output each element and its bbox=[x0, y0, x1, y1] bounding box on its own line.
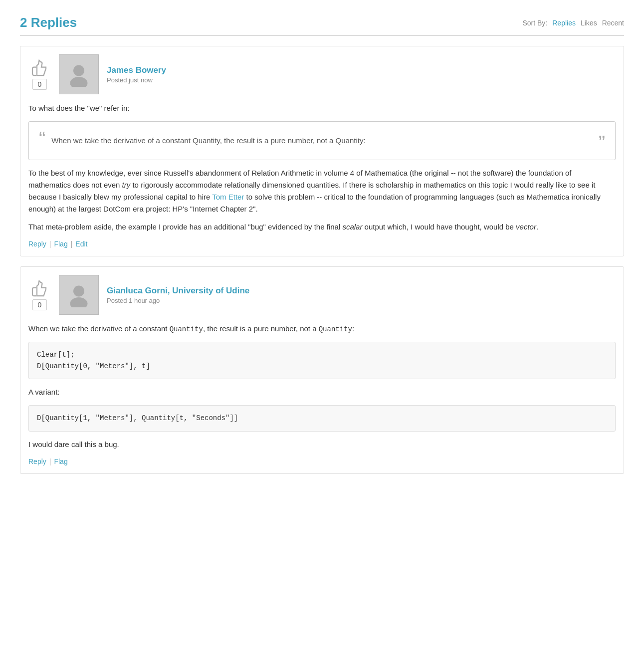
variant-label: A variant: bbox=[28, 386, 616, 398]
body-intro-2: When we take the derivative of a constan… bbox=[28, 323, 616, 335]
sep-1: | bbox=[49, 240, 51, 248]
like-section: 0 bbox=[28, 59, 51, 90]
sep-3: | bbox=[49, 457, 51, 465]
post-time-2: Posted 1 hour ago bbox=[107, 297, 616, 304]
reply-link-2[interactable]: Reply bbox=[28, 457, 46, 465]
like-section-2: 0 bbox=[28, 279, 51, 310]
sep-2: | bbox=[71, 240, 73, 248]
thumb-up-icon[interactable] bbox=[31, 59, 49, 77]
post-meta-2: Gianluca Gorni, University of Udine Post… bbox=[107, 286, 616, 304]
page-header: 2 Replies Sort By: Replies Likes Recent bbox=[20, 15, 624, 30]
reply-link[interactable]: Reply bbox=[28, 240, 46, 248]
flag-link-2[interactable]: Flag bbox=[54, 457, 67, 465]
quote-text: When we take the derivative of a constan… bbox=[51, 135, 592, 147]
italic-vector: vector bbox=[516, 223, 536, 231]
post-body-2: When we take the derivative of a constan… bbox=[28, 323, 616, 450]
svg-point-1 bbox=[70, 77, 88, 87]
blockquote: “ When we take the derivative of a const… bbox=[28, 121, 616, 160]
sort-likes[interactable]: Likes bbox=[581, 19, 597, 27]
closing-text: I would dare call this a bug. bbox=[28, 439, 616, 450]
italic-try: try bbox=[122, 181, 131, 189]
body-paragraph-2: That meta-problem aside, the example I p… bbox=[28, 221, 616, 233]
inline-code-2: Quantity bbox=[319, 325, 352, 333]
post-time: Posted just now bbox=[107, 76, 616, 84]
tom-etter-link[interactable]: Tom Etter bbox=[212, 193, 244, 201]
code-block-2: D[Quantity[1, "Meters"], Quantity[t, "Se… bbox=[28, 405, 616, 431]
body-intro: To what does the "we" refer in: bbox=[28, 102, 616, 114]
post-header-2: 0 Gianluca Gorni, University of Udine Po… bbox=[28, 275, 616, 315]
sort-recent[interactable]: Recent bbox=[602, 19, 624, 27]
svg-point-3 bbox=[70, 297, 88, 307]
avatar-2 bbox=[59, 275, 99, 315]
post-body: To what does the "we" refer in: “ When w… bbox=[28, 102, 616, 233]
inline-code-1: Quantity bbox=[170, 325, 203, 333]
like-count: 0 bbox=[32, 79, 47, 90]
code-block-1: Clear[t]; D[Quantity[0, "Meters"], t] bbox=[28, 342, 616, 379]
avatar bbox=[59, 54, 99, 94]
svg-point-2 bbox=[73, 286, 84, 297]
post-card: 0 James Bowery Posted just now To what d… bbox=[20, 46, 624, 256]
sort-replies[interactable]: Replies bbox=[552, 19, 576, 27]
post-actions-2: Reply | Flag bbox=[28, 457, 616, 465]
post-meta: James Bowery Posted just now bbox=[107, 65, 616, 84]
replies-title: 2 Replies bbox=[20, 15, 77, 30]
quote-mark-left: “ bbox=[39, 129, 45, 149]
thumb-up-icon-2[interactable] bbox=[31, 279, 49, 297]
post-card-2: 0 Gianluca Gorni, University of Udine Po… bbox=[20, 266, 624, 474]
svg-point-0 bbox=[73, 65, 84, 76]
sort-by-section: Sort By: Replies Likes Recent bbox=[522, 19, 624, 27]
edit-link[interactable]: Edit bbox=[75, 240, 87, 248]
post-header: 0 James Bowery Posted just now bbox=[28, 54, 616, 94]
post-actions: Reply | Flag | Edit bbox=[28, 240, 616, 248]
sort-by-label: Sort By: bbox=[522, 19, 547, 27]
italic-scalar: scalar bbox=[342, 223, 362, 231]
flag-link[interactable]: Flag bbox=[54, 240, 67, 248]
author-name: James Bowery bbox=[107, 65, 616, 75]
body-paragraph-1: To the best of my knowledge, ever since … bbox=[28, 167, 616, 215]
quote-mark-right: ” bbox=[599, 133, 605, 153]
author-name-2: Gianluca Gorni, University of Udine bbox=[107, 286, 616, 296]
like-count-2: 0 bbox=[32, 299, 47, 310]
header-divider bbox=[20, 35, 624, 36]
